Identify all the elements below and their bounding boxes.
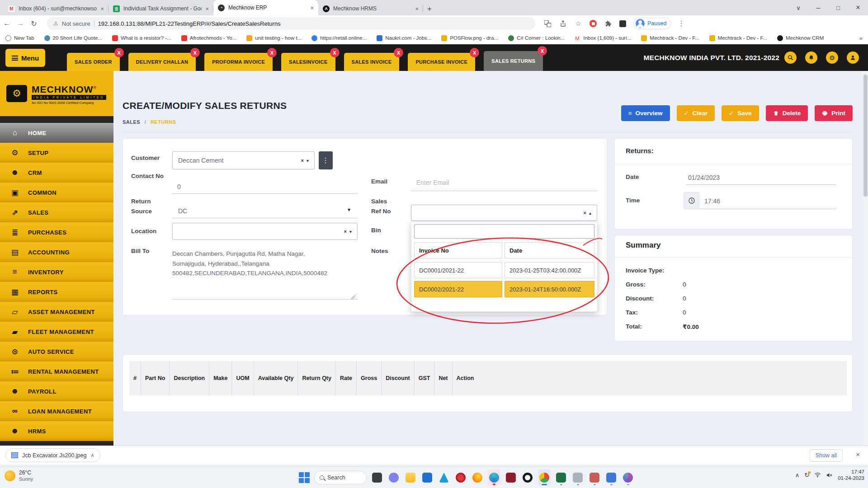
- new-tab-button[interactable]: +: [423, 3, 436, 15]
- location-clear-icon[interactable]: ×: [344, 229, 347, 234]
- taskbar-app-mail-icon[interactable]: [438, 469, 450, 486]
- sidebar-item[interactable]: INVENTORY: [0, 262, 113, 282]
- sidebar-item[interactable]: REPORTS: [0, 282, 113, 302]
- invoice-search-input[interactable]: [414, 224, 594, 239]
- user-profile-icon[interactable]: [847, 52, 859, 64]
- tab-close-icon[interactable]: ×: [100, 5, 104, 12]
- overview-button[interactable]: ≡ Overview: [621, 105, 670, 121]
- taskbar-app-media-icon[interactable]: [622, 469, 634, 486]
- sidebar-item[interactable]: AUTO SERVICE: [0, 342, 113, 361]
- sidebar-item[interactable]: COMMON: [0, 183, 113, 202]
- bookmark-item[interactable]: https://retail.online...: [311, 35, 367, 41]
- dark-extension-icon[interactable]: [619, 20, 626, 27]
- erp-nav-tab[interactable]: SALES RETURNS X: [484, 51, 543, 71]
- minimize-button[interactable]: ─: [808, 0, 828, 15]
- profile-paused-button[interactable]: Paused: [633, 18, 671, 29]
- erp-tab-close-icon[interactable]: X: [330, 48, 340, 57]
- bookmark-item[interactable]: Inbox (1,609) - suri...: [575, 35, 631, 41]
- invoice-no-cell[interactable]: DC0001/2021-22: [414, 262, 502, 278]
- taskbar-app-edge-icon[interactable]: [488, 469, 500, 486]
- invoice-date-cell[interactable]: 2023-01-25T03:42:00.000Z: [505, 262, 594, 278]
- forward-icon[interactable]: →: [14, 19, 27, 28]
- browser-tab[interactable]: Inbox (604) - suri@mechknowsof ×: [4, 2, 108, 15]
- close-button[interactable]: ×: [848, 0, 868, 15]
- sidebar-item[interactable]: HOME: [0, 123, 113, 143]
- erp-tab-close-icon[interactable]: X: [470, 48, 479, 57]
- erp-nav-tab[interactable]: PROFORMA INVOICE X: [204, 53, 273, 71]
- tray-clock[interactable]: 17:47 01-24-2023: [838, 469, 864, 481]
- erp-tab-close-icon[interactable]: X: [114, 48, 124, 57]
- bookmark-item[interactable]: 20 Short Life Quote...: [44, 35, 102, 41]
- sidebar-item[interactable]: LOAN MANAGEMENT: [0, 401, 113, 421]
- share-icon[interactable]: [559, 19, 567, 28]
- browser-tab[interactable]: Mechknow HRMS ×: [318, 2, 423, 15]
- bookmarks-overflow-icon[interactable]: »: [859, 35, 863, 42]
- browser-tab[interactable]: Mechknow ERP ×: [213, 0, 318, 15]
- menu-button[interactable]: Menu: [5, 49, 45, 67]
- bookmark-item[interactable]: Mechknow CRM: [777, 35, 824, 41]
- customer-caret-icon[interactable]: ▾: [307, 158, 309, 163]
- wifi-icon[interactable]: [814, 472, 821, 478]
- notifications-bell-icon[interactable]: [805, 52, 817, 64]
- invoice-date-cell[interactable]: 2023-01-24T16:50:00.000Z: [505, 281, 594, 297]
- erp-tab-close-icon[interactable]: X: [190, 48, 200, 57]
- erp-nav-tab[interactable]: SALES ORDER X: [67, 53, 120, 71]
- scrollbar-thumb[interactable]: [863, 75, 868, 197]
- sidebar-item[interactable]: SETUP: [0, 143, 113, 163]
- taskbar-app-opera-icon[interactable]: [454, 469, 467, 486]
- bookmark-item[interactable]: unit testing - how t...: [246, 35, 302, 41]
- taskbar-app-excel-icon[interactable]: [555, 469, 567, 486]
- tray-sync-icon[interactable]: ↻: [804, 472, 809, 479]
- start-button[interactable]: [298, 472, 310, 483]
- sidebar-item[interactable]: PURCHASES: [0, 222, 113, 242]
- clear-button[interactable]: ✓ Clear: [677, 105, 715, 121]
- print-button[interactable]: Print: [815, 105, 853, 121]
- erp-nav-tab[interactable]: SALESINVOICE X: [281, 53, 335, 71]
- sidebar-item[interactable]: RENTAL MANAGEMENT: [0, 361, 113, 381]
- taskbar-app-tool-icon[interactable]: [588, 469, 601, 486]
- taskbar-app-firefox-icon[interactable]: [471, 469, 484, 486]
- security-label[interactable]: Not secure: [62, 20, 90, 27]
- erp-tab-close-icon[interactable]: X: [538, 46, 547, 56]
- adblock-extension-icon[interactable]: [590, 20, 597, 27]
- save-button[interactable]: ✓ Save: [722, 105, 759, 121]
- bill-to-textarea[interactable]: Deccan Chambers, Punjagutta Rd, Matha Na…: [172, 249, 324, 278]
- clock-icon[interactable]: [684, 192, 699, 209]
- bookmark-item[interactable]: POSFlow.png - dra...: [441, 35, 498, 41]
- bookmark-item[interactable]: Mechtrack - Dev - F...: [641, 35, 699, 41]
- erp-tab-close-icon[interactable]: X: [267, 48, 277, 57]
- erp-nav-tab[interactable]: PURCHASE INVOICE X: [408, 53, 475, 71]
- taskbar-search[interactable]: Search: [314, 471, 367, 484]
- erp-nav-tab[interactable]: DELIVERY CHALLAN X: [128, 53, 196, 71]
- extensions-puzzle-icon[interactable]: [604, 19, 612, 28]
- url-text[interactable]: 192.168.0.131:88/MIPL21-22TestingERP/#/S…: [98, 20, 281, 27]
- bookmark-item[interactable]: Naukri.com - Jobs...: [377, 35, 431, 41]
- invoice-no-cell[interactable]: DC0002/2021-22: [414, 281, 502, 297]
- page-scrollbar[interactable]: [863, 71, 868, 446]
- browser-tab[interactable]: Individual Task Assignment - Goo ×: [108, 2, 213, 15]
- bookmark-item[interactable]: What is a resistor? -...: [112, 35, 171, 41]
- download-caret-icon[interactable]: ∧: [90, 452, 94, 458]
- taskbar-app-ring-icon[interactable]: [521, 469, 534, 486]
- show-all-button[interactable]: Show all: [810, 449, 843, 462]
- tab-close-icon[interactable]: ×: [310, 5, 314, 11]
- tab-close-icon[interactable]: ×: [415, 5, 419, 12]
- sales-ref-caret-icon[interactable]: ▴: [589, 211, 591, 216]
- bookmark-item[interactable]: Afrotechmods - Yo...: [181, 35, 237, 41]
- taskbar-weather[interactable]: 26°C Sunny: [5, 469, 33, 482]
- tab-search-icon[interactable]: ∨: [788, 0, 808, 15]
- sales-ref-clear-icon[interactable]: ×: [584, 210, 586, 216]
- maximize-button[interactable]: □: [828, 0, 848, 15]
- bookmark-star-icon[interactable]: ☆: [574, 19, 582, 28]
- sidebar-item[interactable]: SALES: [0, 202, 113, 222]
- taskbar-app-snip-icon[interactable]: [571, 469, 584, 486]
- location-select[interactable]: × ▾: [172, 223, 358, 240]
- browser-menu-icon[interactable]: ⋮: [678, 19, 685, 28]
- taskbar-app-chrome-icon[interactable]: [538, 469, 551, 486]
- volume-muted-icon[interactable]: [826, 472, 833, 478]
- tab-close-icon[interactable]: ×: [205, 5, 209, 12]
- reload-icon[interactable]: ↻: [27, 19, 41, 28]
- location-caret-icon[interactable]: ▾: [349, 229, 352, 234]
- customer-clear-icon[interactable]: ×: [301, 158, 304, 163]
- bookmark-item[interactable]: New Tab: [5, 35, 34, 41]
